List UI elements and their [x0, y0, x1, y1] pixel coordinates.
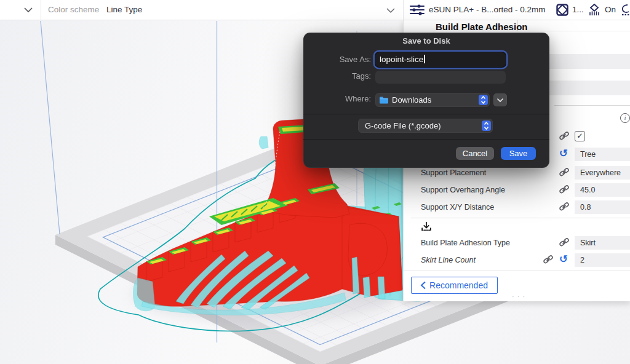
toolbar-divider	[41, 0, 41, 20]
tags-input[interactable]	[375, 71, 506, 84]
print-settings-summary[interactable]: eSUN PLA+ - B...orted - 0.2mm 1... On	[406, 0, 630, 20]
chevron-left-icon	[420, 281, 426, 290]
adhesion-section-icon	[421, 221, 432, 232]
xy-distance-field[interactable]: 0.8	[575, 200, 630, 214]
setting-label: Support Placement	[421, 166, 486, 180]
support-structure-field[interactable]: Tree	[575, 148, 630, 161]
panel-divider	[554, 105, 630, 106]
setting-label: Skirt Line Count	[421, 253, 476, 267]
where-value: Downloads	[392, 93, 431, 107]
text-caret	[424, 55, 425, 63]
color-scheme-label: Color scheme	[48, 0, 99, 20]
chevron-down-icon	[496, 98, 504, 103]
link-icon[interactable]	[559, 130, 570, 141]
skirt-line-count-field[interactable]: 2	[575, 253, 630, 267]
info-icon[interactable]: i	[620, 113, 630, 123]
dialog-divider	[303, 114, 549, 114]
chevron-down-icon[interactable]	[23, 7, 33, 13]
top-toolbar: Color scheme Line Type eSUN PLA+ - B...o…	[0, 0, 630, 20]
expand-dialog-button[interactable]	[493, 93, 507, 106]
panel-divider	[404, 271, 630, 271]
adhesion-icon	[621, 4, 630, 16]
color-scheme-value[interactable]: Line Type	[106, 0, 142, 20]
toolbar-divider	[403, 0, 404, 20]
panel-drag-handle[interactable]: · · ·	[509, 293, 528, 300]
infill-summary: 1...	[572, 0, 584, 20]
support-summary: On	[605, 0, 616, 20]
recommended-mode-button[interactable]: Recommended	[411, 277, 498, 294]
setting-label: Build Plate Adhesion Type	[421, 236, 510, 250]
cancel-button[interactable]: Cancel	[456, 147, 494, 160]
revert-icon[interactable]: ↺	[558, 148, 569, 159]
dialog-divider	[303, 139, 549, 140]
file-format-value: G-code File (*.gcode)	[365, 119, 441, 133]
link-icon[interactable]	[559, 167, 570, 178]
revert-icon[interactable]: ↺	[558, 254, 569, 265]
generate-support-checkbox[interactable]: ✓	[575, 131, 585, 141]
folder-icon	[379, 96, 389, 104]
tags-label: Tags:	[309, 71, 371, 81]
file-format-dropdown[interactable]: G-code File (*.gcode)	[358, 119, 493, 133]
adhesion-type-field[interactable]: Skirt	[575, 236, 630, 250]
overhang-angle-field[interactable]: 45.0	[575, 183, 630, 197]
dropdown-stepper-icon	[482, 121, 491, 131]
support-icon	[588, 4, 601, 16]
infill-icon	[556, 4, 568, 16]
save-button[interactable]: Save	[501, 147, 536, 160]
save-to-disk-dialog: Save to Disk Save As: lopoint-slice Tags…	[303, 33, 549, 168]
where-label: Where:	[309, 94, 371, 103]
panel-divider	[411, 218, 630, 218]
setting-label: Support X/Y Distance	[421, 200, 494, 214]
tune-sliders-icon	[410, 4, 425, 15]
recommended-label: Recommended	[429, 280, 488, 290]
where-dropdown[interactable]: Downloads	[375, 93, 490, 107]
link-icon[interactable]	[559, 201, 570, 212]
dropdown-stepper-icon	[479, 95, 488, 105]
filename-value: lopoint-slice	[380, 55, 423, 64]
link-icon[interactable]	[543, 254, 554, 265]
link-icon[interactable]	[559, 237, 570, 248]
material-profile-summary: eSUN PLA+ - B...orted - 0.2mm	[429, 0, 545, 20]
support-placement-field[interactable]: Everywhere	[575, 166, 630, 180]
setting-label: Support Overhang Angle	[421, 183, 505, 197]
chevron-down-icon[interactable]	[386, 7, 396, 14]
link-icon[interactable]	[559, 184, 570, 195]
dialog-title: Save to Disk	[303, 33, 549, 49]
save-as-label: Save As:	[309, 55, 371, 64]
filename-input[interactable]: lopoint-slice	[375, 52, 506, 67]
